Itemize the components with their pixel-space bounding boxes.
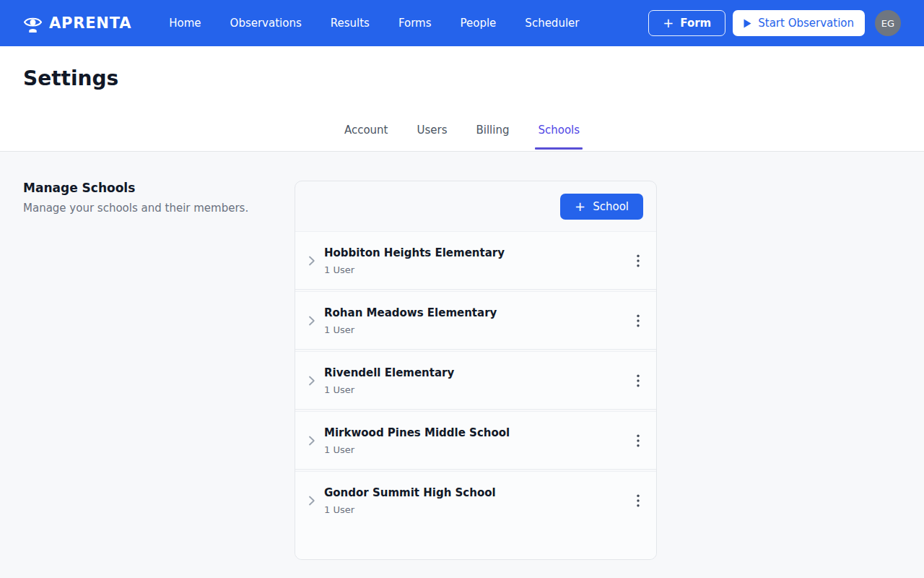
chevron-right-icon[interactable] xyxy=(308,315,315,327)
add-form-button-label: Form xyxy=(680,17,711,30)
school-row-line: Hobbiton Heights Elementary 1 User xyxy=(295,232,656,289)
chevron-right-icon[interactable] xyxy=(308,495,315,506)
kebab-menu-icon[interactable] xyxy=(630,250,646,272)
start-observation-label: Start Observation xyxy=(758,17,854,30)
school-row-line: Gondor Summit High School 1 User xyxy=(295,472,656,529)
school-user-count: 1 User xyxy=(324,504,630,515)
nav-item[interactable]: Home xyxy=(169,17,201,30)
add-school-button[interactable]: + School xyxy=(560,194,643,220)
nav-item[interactable]: Observations xyxy=(230,17,302,30)
school-row-line: Rivendell Elementary 1 User xyxy=(295,352,656,409)
school-row-line: Mirkwood Pines Middle School 1 User xyxy=(295,412,656,469)
school-name: Rivendell Elementary xyxy=(324,366,630,379)
section-title: Manage Schools xyxy=(23,181,295,195)
school-row[interactable]: Mirkwood Pines Middle School 1 User xyxy=(295,411,656,470)
start-observation-button[interactable]: Start Observation xyxy=(733,10,865,36)
plus-icon: + xyxy=(575,200,585,213)
kebab-menu-icon[interactable] xyxy=(630,310,646,332)
nav-item[interactable]: Results xyxy=(331,17,370,30)
school-info: Gondor Summit High School 1 User xyxy=(324,486,630,515)
nav-item[interactable]: Scheduler xyxy=(525,17,579,30)
schools-card: + School Hobbiton Heights Elementary xyxy=(295,181,657,560)
tab[interactable]: Schools xyxy=(523,124,594,151)
page-title: Settings xyxy=(23,66,924,91)
add-school-button-label: School xyxy=(593,200,629,213)
section-subtitle: Manage your schools and their members. xyxy=(23,202,295,215)
nav-item[interactable]: Forms xyxy=(398,17,432,30)
top-nav: APRENTA Home Observations Results Forms … xyxy=(0,0,924,46)
nav-right: + Form Start Observation EG xyxy=(648,10,901,36)
chevron-right-icon[interactable] xyxy=(308,255,315,267)
tab[interactable]: Billing xyxy=(461,124,523,151)
tab[interactable]: Users xyxy=(402,124,461,151)
school-info: Hobbiton Heights Elementary 1 User xyxy=(324,246,630,275)
page-head: Settings Account Users Billing Schools xyxy=(0,46,924,152)
main-content: Manage Schools Manage your schools and t… xyxy=(0,152,924,578)
section-intro: Manage Schools Manage your schools and t… xyxy=(23,181,295,578)
kebab-menu-icon[interactable] xyxy=(630,490,646,512)
kebab-menu-icon[interactable] xyxy=(630,430,646,452)
aprenta-eye-person-icon xyxy=(23,14,43,33)
school-row[interactable]: Rivendell Elementary 1 User xyxy=(295,351,656,410)
school-user-count: 1 User xyxy=(324,324,630,335)
school-name: Gondor Summit High School xyxy=(324,486,630,499)
chevron-right-icon[interactable] xyxy=(308,435,315,447)
kebab-menu-icon[interactable] xyxy=(630,370,646,392)
add-form-button[interactable]: + Form xyxy=(648,10,725,36)
schools-card-header: + School xyxy=(295,181,656,231)
plus-icon: + xyxy=(663,17,674,30)
tab[interactable]: Account xyxy=(330,124,403,151)
settings-tabs: Account Users Billing Schools xyxy=(0,124,924,152)
school-row-line: Rohan Meadows Elementary 1 User xyxy=(295,292,656,349)
school-name: Mirkwood Pines Middle School xyxy=(324,426,630,439)
chevron-right-icon[interactable] xyxy=(308,375,315,387)
school-info: Rohan Meadows Elementary 1 User xyxy=(324,306,630,335)
school-name: Hobbiton Heights Elementary xyxy=(324,246,630,259)
nav-item[interactable]: People xyxy=(461,17,497,30)
school-info: Mirkwood Pines Middle School 1 User xyxy=(324,426,630,455)
nav-items: Home Observations Results Forms People S… xyxy=(169,17,579,30)
play-icon xyxy=(744,19,751,28)
avatar[interactable]: EG xyxy=(875,10,901,36)
school-info: Rivendell Elementary 1 User xyxy=(324,366,630,395)
brand-name: APRENTA xyxy=(49,14,131,32)
brand-logo[interactable]: APRENTA xyxy=(23,14,131,33)
school-user-count: 1 User xyxy=(324,384,630,395)
school-row[interactable]: Rohan Meadows Elementary 1 User xyxy=(295,291,656,350)
school-row[interactable]: Hobbiton Heights Elementary 1 User xyxy=(295,231,656,290)
school-user-count: 1 User xyxy=(324,264,630,275)
school-list: Hobbiton Heights Elementary 1 User xyxy=(295,231,656,560)
school-name: Rohan Meadows Elementary xyxy=(324,306,630,319)
school-user-count: 1 User xyxy=(324,444,630,455)
school-row[interactable]: Gondor Summit High School 1 User xyxy=(295,471,656,560)
